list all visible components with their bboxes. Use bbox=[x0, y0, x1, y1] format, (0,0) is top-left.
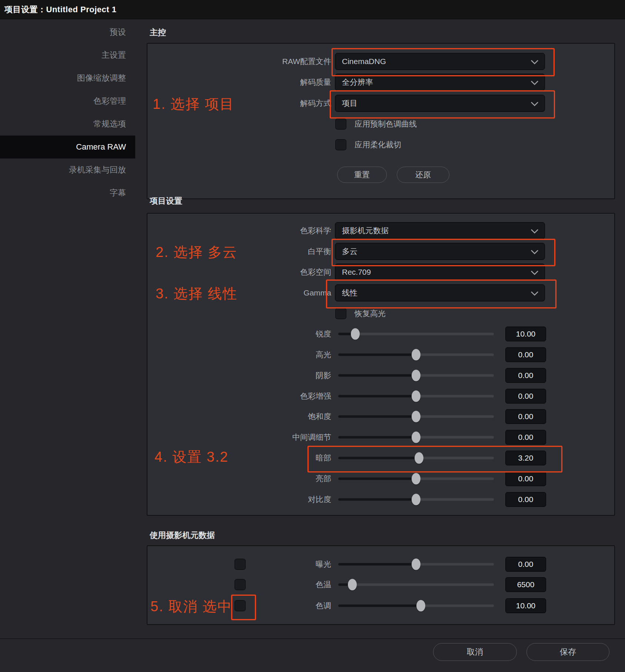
raw-profile-dropdown[interactable]: CinemaDNG bbox=[335, 53, 545, 70]
settings-sidebar: 预设 主设置 图像缩放调整 色彩管理 常规选项 Camera RAW 录机采集与… bbox=[0, 19, 135, 672]
slider-thumb[interactable] bbox=[412, 473, 420, 485]
highlight-recovery-checkbox[interactable] bbox=[335, 308, 346, 319]
reset-button[interactable]: 重置 bbox=[337, 167, 387, 183]
decode-using-dropdown[interactable]: 项目 bbox=[335, 95, 545, 112]
shadows-value[interactable]: 0.00 bbox=[505, 368, 546, 383]
slider-thumb[interactable] bbox=[348, 579, 357, 591]
sidebar-item-image-scaling[interactable]: 图像缩放调整 bbox=[0, 67, 135, 90]
apply-pre-tone-curve-checkbox[interactable] bbox=[335, 118, 346, 130]
color-space-label: 色彩空间 bbox=[147, 264, 331, 281]
chevron-down-icon bbox=[531, 101, 539, 106]
shadows-label: 阴影 bbox=[147, 368, 331, 383]
master-panel: RAW配置文件 CinemaDNG 解码质量 全分辨率 解码方式 项目 bbox=[147, 43, 615, 199]
decode-using-label: 解码方式 bbox=[147, 95, 331, 112]
tint-label: 色调 bbox=[147, 598, 331, 613]
master-section-header: 主控 bbox=[150, 27, 166, 38]
white-balance-dropdown[interactable]: 多云 bbox=[335, 243, 545, 260]
sidebar-item-capture-play[interactable]: 录机采集与回放 bbox=[0, 158, 135, 181]
metadata-panel: 曝光 0.00 色温 6500 色调 bbox=[147, 545, 615, 625]
sharpness-value[interactable]: 10.00 bbox=[505, 327, 546, 341]
slider-thumb[interactable] bbox=[415, 452, 423, 464]
dialog-title: 项目设置：Untitled Project 1 bbox=[0, 0, 625, 19]
sidebar-item-camera-raw[interactable]: Camera RAW bbox=[0, 136, 135, 158]
footer-divider bbox=[0, 638, 625, 639]
slider-thumb[interactable] bbox=[412, 411, 420, 422]
tint-value[interactable]: 10.00 bbox=[505, 598, 546, 613]
slider-thumb[interactable] bbox=[412, 432, 420, 443]
chevron-down-icon bbox=[531, 249, 539, 254]
sidebar-item-presets[interactable]: 预设 bbox=[0, 21, 135, 44]
sidebar-item-color-mgmt[interactable]: 色彩管理 bbox=[0, 90, 135, 113]
highlights-label: 高光 bbox=[147, 347, 331, 362]
decode-quality-label: 解码质量 bbox=[147, 74, 331, 91]
contrast-value[interactable]: 0.00 bbox=[505, 492, 546, 507]
shadows-slider[interactable] bbox=[338, 368, 494, 383]
color-boost-value[interactable]: 0.00 bbox=[505, 389, 546, 404]
chevron-down-icon bbox=[531, 291, 539, 295]
exposure-slider[interactable] bbox=[338, 557, 494, 572]
slider-thumb[interactable] bbox=[412, 349, 420, 361]
saturation-label: 饱和度 bbox=[147, 409, 331, 424]
exposure-label: 曝光 bbox=[147, 557, 331, 572]
gain-label: 亮部 bbox=[147, 471, 331, 486]
exposure-value[interactable]: 0.00 bbox=[505, 557, 546, 572]
color-science-dropdown[interactable]: 摄影机元数据 bbox=[335, 222, 545, 239]
chevron-down-icon bbox=[531, 228, 539, 233]
sidebar-item-master[interactable]: 主设置 bbox=[0, 44, 135, 67]
contrast-label: 对比度 bbox=[147, 492, 331, 507]
highlights-slider[interactable] bbox=[338, 347, 494, 362]
highlight-recovery-label: 恢复高光 bbox=[355, 308, 386, 319]
highlights-value[interactable]: 0.00 bbox=[505, 347, 546, 362]
gamma-dropdown[interactable]: 线性 bbox=[335, 284, 545, 301]
color-space-dropdown[interactable]: Rec.709 bbox=[335, 264, 545, 281]
apply-pre-tone-curve-label: 应用预制色调曲线 bbox=[355, 118, 417, 130]
midtone-detail-value[interactable]: 0.00 bbox=[505, 430, 546, 445]
chevron-down-icon bbox=[531, 80, 539, 85]
lift-label: 暗部 bbox=[147, 451, 331, 465]
saturation-value[interactable]: 0.00 bbox=[505, 409, 546, 424]
apply-soft-clip-checkbox[interactable] bbox=[335, 139, 346, 150]
contrast-slider[interactable] bbox=[338, 492, 494, 507]
project-settings-dialog: 项目设置：Untitled Project 1 预设 主设置 图像缩放调整 色彩… bbox=[0, 0, 625, 672]
lift-value[interactable]: 3.20 bbox=[505, 451, 546, 465]
gamma-label: Gamma bbox=[147, 284, 331, 301]
sidebar-item-subtitles[interactable]: 字幕 bbox=[0, 181, 135, 204]
slider-thumb[interactable] bbox=[412, 494, 420, 505]
revert-button[interactable]: 还原 bbox=[397, 167, 449, 183]
slider-thumb[interactable] bbox=[412, 370, 420, 381]
saturation-slider[interactable] bbox=[338, 409, 494, 424]
slider-thumb[interactable] bbox=[412, 391, 420, 402]
slider-thumb[interactable] bbox=[351, 328, 360, 340]
tint-slider[interactable] bbox=[338, 598, 494, 613]
sharpness-label: 锐度 bbox=[147, 327, 331, 341]
color-science-label: 色彩科学 bbox=[147, 222, 331, 239]
raw-profile-label: RAW配置文件 bbox=[147, 53, 331, 70]
sidebar-item-general[interactable]: 常规选项 bbox=[0, 113, 135, 136]
clip-panel: 色彩科学 摄影机元数据 白平衡 多云 色彩空间 Rec.709 bbox=[147, 213, 615, 516]
slider-thumb[interactable] bbox=[412, 559, 420, 570]
save-button[interactable]: 保存 bbox=[526, 643, 609, 661]
midtone-detail-slider[interactable] bbox=[338, 430, 494, 445]
apply-soft-clip-label: 应用柔化裁切 bbox=[355, 139, 401, 150]
gain-slider[interactable] bbox=[338, 471, 494, 486]
decode-quality-dropdown[interactable]: 全分辨率 bbox=[335, 74, 545, 91]
chevron-down-icon bbox=[531, 270, 539, 275]
color-boost-slider[interactable] bbox=[338, 389, 494, 404]
metadata-section-header: 使用摄影机元数据 bbox=[150, 530, 215, 541]
color-temp-slider[interactable] bbox=[338, 577, 494, 592]
gain-value[interactable]: 0.00 bbox=[505, 471, 546, 486]
sharpness-slider[interactable] bbox=[338, 327, 494, 341]
color-temp-value[interactable]: 6500 bbox=[505, 577, 546, 592]
lift-slider[interactable] bbox=[338, 451, 494, 465]
cancel-button[interactable]: 取消 bbox=[433, 643, 517, 661]
clip-section-header: 项目设置 bbox=[150, 195, 182, 207]
midtone-detail-label: 中间调细节 bbox=[147, 430, 331, 445]
color-boost-label: 色彩增强 bbox=[147, 389, 331, 404]
slider-thumb[interactable] bbox=[416, 600, 425, 612]
chevron-down-icon bbox=[531, 59, 539, 64]
color-temp-label: 色温 bbox=[147, 577, 331, 592]
white-balance-label: 白平衡 bbox=[147, 243, 331, 260]
